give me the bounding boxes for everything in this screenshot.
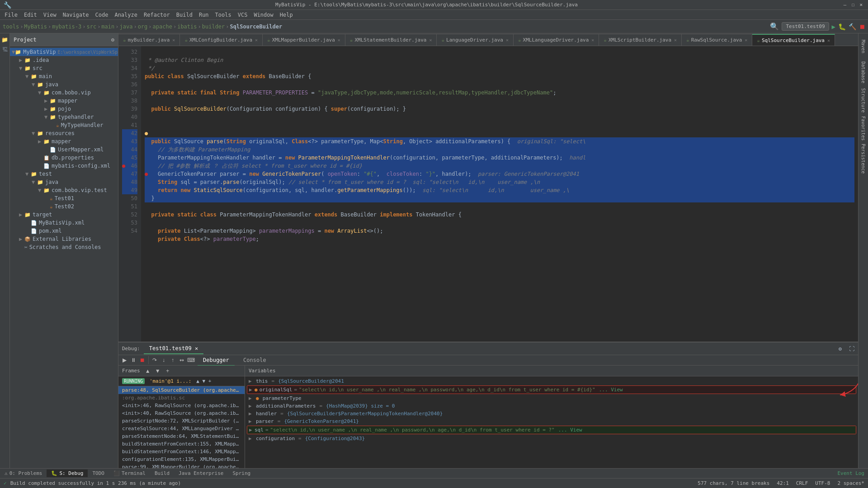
breadcrumb-tools[interactable]: tools <box>3 23 19 30</box>
debug-settings-icon[interactable]: ⚙ <box>835 346 845 352</box>
tree-item-idea[interactable]: ▶📁.idea <box>10 56 118 64</box>
tab-xmlconfigbuilder[interactable]: ☕XMLConfigBuilder.java✕ <box>180 34 263 46</box>
maven-icon[interactable]: Maven <box>859 35 868 58</box>
thread-up-btn[interactable]: ▲ <box>196 378 199 384</box>
tree-item-resources[interactable]: ▼📁resources <box>10 129 118 137</box>
tab-terminal[interactable]: ⬛ Terminal <box>109 469 150 477</box>
tree-item-usermapper[interactable]: 📄UserMapper.xml <box>10 145 118 154</box>
debug-session-tab[interactable]: Test01.test09 ✕ <box>144 343 203 354</box>
breadcrumb-mybatis[interactable]: MyBatis <box>24 23 47 30</box>
tree-item-test[interactable]: ▼📁test <box>10 170 118 178</box>
menu-run[interactable]: Run <box>196 11 212 19</box>
tab-console[interactable]: Console <box>238 355 272 365</box>
breadcrumb-org[interactable]: org <box>138 23 148 30</box>
project-icon[interactable]: 📁 <box>0 35 9 44</box>
frame-item-1[interactable]: :org.apache.ibatis.sc <box>118 394 245 402</box>
tree-item-mybatisvip[interactable]: ▼📁MyBatisVip E:\workspace\VipWorkSpace\M <box>10 48 118 56</box>
tab-debug-bottom[interactable]: 🐛 S: Debug <box>47 469 88 477</box>
var-sql[interactable]: ▶ sql = "select\n id,\n user_name ,\n re… <box>247 426 856 434</box>
tab-xmlmapperbuilder[interactable]: ☕XMLMapperBuilder.java✕ <box>263 34 345 46</box>
status-charset[interactable]: UTF-8 <box>815 480 830 486</box>
tab-todo[interactable]: TODO <box>88 469 109 477</box>
breadcrumb-java[interactable]: java <box>120 23 133 30</box>
menu-code[interactable]: Code <box>93 11 111 19</box>
database-icon[interactable]: Database <box>859 59 868 86</box>
frame-item-7[interactable]: buildStatementFromContext:155, XMLMapper… <box>118 440 245 448</box>
var-parametertype-expand[interactable]: ▶ <box>249 395 254 401</box>
debug-expand-icon[interactable]: ⛶ <box>845 346 858 352</box>
tree-item-dbprops[interactable]: 📋db.properties <box>10 154 118 162</box>
thread-selector[interactable]: RUNNING 'main'@1 i...: ▲ ▼ + <box>118 376 245 386</box>
var-additionalparams[interactable]: ▶ additionalParameters = {HashMap@2039} … <box>245 402 858 410</box>
var-originalsql-view[interactable]: ... View <box>599 387 623 393</box>
frame-item-9[interactable]: configurationElement:135, XMLMapperBuild… <box>118 455 245 463</box>
frame-item-4[interactable]: parseScriptNode:72, XMLScriptBuilder (or… <box>118 417 245 425</box>
var-sql-view[interactable]: ... View <box>558 427 582 433</box>
menu-analyze[interactable]: Analyze <box>112 11 140 19</box>
tab-mybuilder[interactable]: ☕myBuilder.java✕ <box>118 34 180 46</box>
var-originalsql[interactable]: ▶ ● originalSql = "select\n id,\n user_n… <box>247 386 856 394</box>
menu-file[interactable]: File <box>2 11 20 19</box>
debug-button[interactable]: 🐛 <box>838 23 846 30</box>
tree-item-mapper[interactable]: ▶📁mapper <box>10 97 118 105</box>
status-indent[interactable]: 2 spaces* <box>837 480 864 486</box>
var-this-expand[interactable]: ▶ <box>249 378 254 384</box>
frame-item-2[interactable]: <init>:46, RawSqlSource (org.apache.ibat… <box>118 402 245 409</box>
menu-tools[interactable]: Tools <box>212 11 234 19</box>
debug-stepout-btn[interactable]: ↑ <box>169 356 177 364</box>
tree-item-testjava[interactable]: ▼📁java <box>10 178 118 186</box>
tab-sqlsourcebuilder[interactable]: ☕SqlSourceBuilder.java✕ <box>752 34 835 46</box>
var-originalsql-expand[interactable]: ▶ <box>249 387 255 393</box>
close-button[interactable]: ✕ <box>858 2 864 8</box>
var-handler-expand[interactable]: ▶ <box>249 411 254 417</box>
tree-item-scratches[interactable]: ✂Scratches and Consoles <box>10 243 118 251</box>
event-log[interactable]: Event Log <box>834 470 868 476</box>
breadcrumb-mybatis3[interactable]: mybatis-3 <box>52 23 81 30</box>
breadcrumb-main[interactable]: main <box>101 23 114 30</box>
code-editor[interactable]: 32 33 34 35 36 37 38 39 40 41 42 43 44 4… <box>118 46 858 342</box>
menu-build[interactable]: Build <box>174 11 195 19</box>
debug-stop-btn[interactable]: ⏹ <box>138 356 146 364</box>
tree-item-pojo[interactable]: ▶📁pojo <box>10 105 118 113</box>
persistence-icon[interactable]: Persistence <box>859 143 868 174</box>
var-sql-expand[interactable]: ▶ <box>249 427 255 433</box>
tab-java-enterprise[interactable]: Java Enterprise <box>174 469 228 477</box>
menu-edit[interactable]: Edit <box>21 11 40 19</box>
frames-down-btn[interactable]: ▼ <box>154 367 162 375</box>
minimize-button[interactable]: ─ <box>842 2 848 8</box>
status-crlf[interactable]: CRLF <box>796 480 808 486</box>
tree-item-testpkg[interactable]: ▼📁com.bobo.vip.test <box>10 186 118 194</box>
menu-refactor[interactable]: Refactor <box>141 11 173 19</box>
debug-stepinto-btn[interactable]: ↓ <box>160 356 168 364</box>
menu-help[interactable]: Help <box>277 11 296 19</box>
status-position[interactable]: 42:1 <box>777 480 789 486</box>
debug-runtoursor-btn[interactable]: ↭ <box>178 356 186 364</box>
tab-languagedriver[interactable]: ☕LanguageDriver.java✕ <box>437 34 514 46</box>
breadcrumb-src[interactable]: src <box>86 23 96 30</box>
tree-item-test02[interactable]: ☕Test02 <box>10 202 118 211</box>
debug-stepover-btn[interactable]: ↷ <box>151 356 159 364</box>
tab-xmlstatementbuilder[interactable]: ☕XMLStatementBuilder.java✕ <box>345 34 437 46</box>
frame-item-10[interactable]: parse:99, XMLMapperBuilder (org.apache.i… <box>118 463 245 468</box>
tab-build[interactable]: Build <box>150 469 174 477</box>
tree-item-mytypehandler[interactable]: ☕MyTypeHandler <box>10 121 118 129</box>
var-additionalparams-expand[interactable]: ▶ <box>249 403 254 409</box>
build-icon[interactable]: 🔨 <box>849 23 856 30</box>
tree-item-mybatisvipxml[interactable]: 📄MyBatisVip.xml <box>10 219 118 227</box>
tree-item-test01[interactable]: ☕Test01 <box>10 194 118 202</box>
tab-rawsqlsource[interactable]: ☕RawSqlSource.java✕ <box>682 34 752 46</box>
var-parametertype[interactable]: ▶ ● parameterType <box>245 394 858 402</box>
frame-item-6[interactable]: parseStatementNode:64, XMLStatementBuild… <box>118 432 245 440</box>
maximize-button[interactable]: □ <box>850 2 856 8</box>
frame-item-8[interactable]: buildStatementFromContext:146, XMLMapper… <box>118 448 245 455</box>
tree-item-combobovip[interactable]: ▼📁com.bobo.vip <box>10 89 118 97</box>
run-config[interactable]: Test01.test09 <box>782 22 829 31</box>
menu-vcs[interactable]: VCS <box>235 11 250 19</box>
thread-down-btn[interactable]: ▼ <box>202 378 205 384</box>
stop-icon[interactable]: ⏹ <box>859 23 865 30</box>
frame-item-3[interactable]: <init>:40, RawSqlSource (org.apache.ibat… <box>118 409 245 417</box>
tab-xmlscriptbuilder[interactable]: ☕XMLScriptBuilder.java✕ <box>599 34 682 46</box>
menu-window[interactable]: Window <box>251 11 276 19</box>
var-parser-expand[interactable]: ▶ <box>249 418 254 424</box>
frames-up-btn[interactable]: ▲ <box>144 367 152 375</box>
